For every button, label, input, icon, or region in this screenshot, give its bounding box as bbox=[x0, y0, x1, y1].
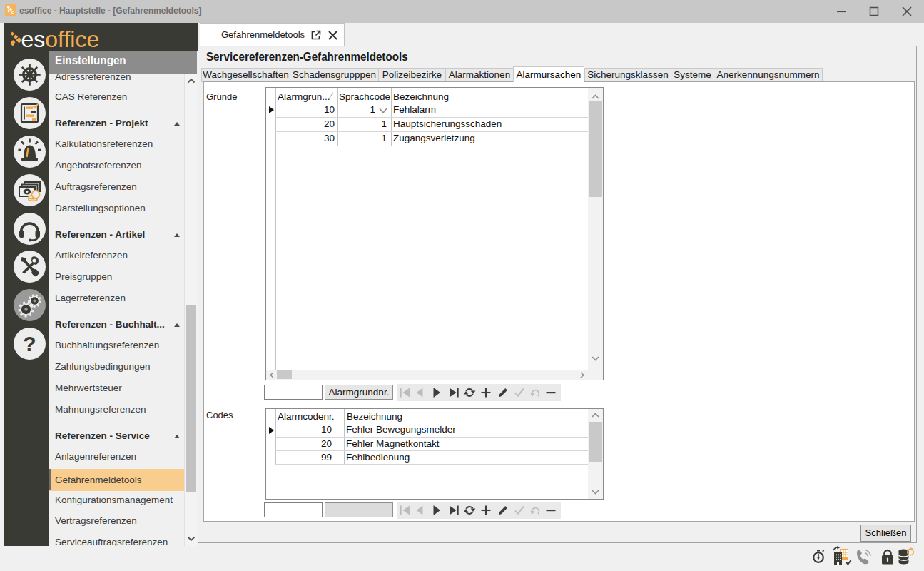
svg-text:esoffice: esoffice bbox=[21, 26, 100, 51]
